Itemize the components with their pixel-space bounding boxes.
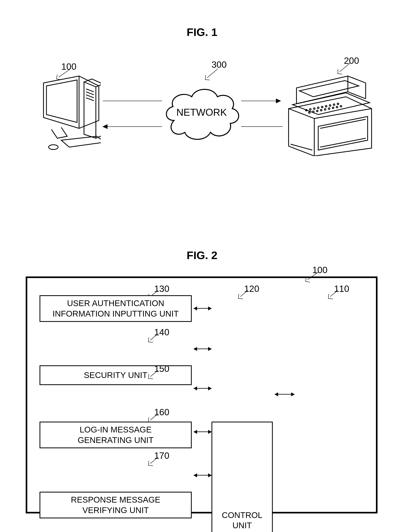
svg-point-15 — [313, 111, 314, 113]
ref-security: 140 — [154, 327, 169, 337]
fig1-title: FIG. 1 — [0, 26, 404, 38]
auth-input-label: USER AUTHENTICATION INFORMATION INPUTTIN… — [52, 298, 179, 319]
auth-input-unit: USER AUTHENTICATION INFORMATION INPUTTIN… — [39, 295, 192, 322]
svg-line-0 — [86, 89, 94, 92]
arrow-to-cloud-left — [241, 126, 283, 127]
login-msg-unit: LOG-IN MESSAGE GENERATING UNIT — [39, 422, 192, 448]
figure-1: 100 300 200 — [28, 61, 378, 172]
security-label: SECURITY UNIT — [84, 370, 147, 380]
connector — [194, 475, 211, 475]
svg-point-13 — [337, 103, 339, 105]
ref-control: 120 — [244, 283, 259, 294]
page: FIG. 1 100 300 200 — [0, 0, 404, 532]
svg-point-17 — [320, 109, 322, 111]
connector — [194, 388, 211, 389]
control-label: CONTROL UNIT — [222, 510, 262, 531]
connector — [275, 394, 294, 395]
ref-host: 100 — [61, 61, 77, 72]
resp-verify-label: RESPONSE MESSAGE VERIFYING UNIT — [71, 495, 161, 515]
figure-2: 100 130 USER AUTHENTICATION INFORMATION … — [26, 277, 378, 513]
resp-verify-unit: RESPONSE MESSAGE VERIFYING UNIT — [39, 492, 192, 518]
computer-icon — [39, 75, 101, 150]
connector — [194, 308, 211, 309]
svg-line-3 — [86, 98, 94, 101]
login-msg-label: LOG-IN MESSAGE GENERATING UNIT — [78, 424, 154, 445]
svg-point-22 — [340, 105, 342, 107]
ref-login-msg: 150 — [154, 363, 169, 374]
fig2-title: FIG. 2 — [0, 249, 404, 262]
svg-line-2 — [86, 95, 94, 98]
svg-point-4 — [49, 145, 58, 150]
svg-point-19 — [328, 108, 330, 109]
svg-point-16 — [316, 110, 318, 112]
control-unit: CONTROL UNIT — [211, 422, 273, 532]
svg-point-8 — [317, 107, 319, 109]
svg-point-12 — [333, 104, 335, 105]
svg-point-14 — [308, 112, 310, 113]
network-label: NETWORK — [162, 107, 241, 118]
ref-printer: 200 — [344, 55, 359, 66]
printer-icon — [281, 69, 376, 156]
svg-point-6 — [310, 109, 311, 110]
connector — [194, 431, 211, 432]
arrow-from-cloud-left — [103, 126, 162, 127]
ref-host-2: 100 — [312, 265, 327, 275]
ref-auth-input: 130 — [154, 283, 169, 294]
connector — [194, 348, 211, 349]
ref-network: 300 — [211, 59, 227, 70]
svg-point-18 — [324, 109, 326, 110]
ref-resp-verify: 160 — [154, 407, 169, 418]
svg-point-7 — [313, 108, 315, 109]
svg-point-11 — [329, 105, 331, 106]
arrow-to-cloud-right — [103, 101, 162, 101]
svg-point-9 — [321, 106, 323, 108]
ref-ver-val: 170 — [154, 450, 169, 461]
arrow-from-cloud-right — [241, 101, 281, 101]
ref-comm-if: 110 — [334, 283, 349, 294]
svg-line-1 — [86, 92, 94, 95]
svg-point-20 — [332, 107, 334, 109]
svg-point-10 — [325, 105, 327, 107]
svg-point-21 — [336, 106, 338, 108]
